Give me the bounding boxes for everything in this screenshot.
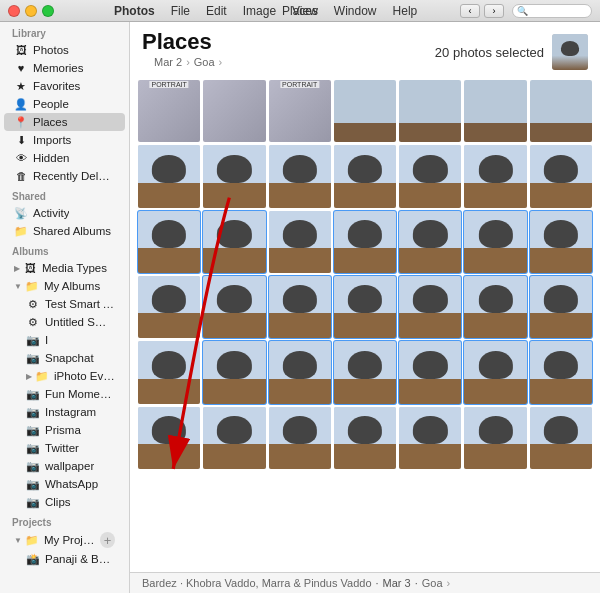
photo-cell[interactable] xyxy=(203,407,265,469)
breadcrumb-arrow: › xyxy=(219,56,223,68)
traffic-lights[interactable] xyxy=(8,5,54,17)
forward-button[interactable]: › xyxy=(484,4,504,18)
bottom-location[interactable]: Bardez · Khobra Vaddo, Marra & Pindus Va… xyxy=(142,577,372,589)
photo-cell[interactable] xyxy=(269,276,331,338)
sidebar-item-shared-albums[interactable]: 📁 Shared Albums xyxy=(4,222,125,240)
album-icon: 📷 xyxy=(26,423,40,437)
menu-file[interactable]: File xyxy=(171,4,190,18)
photo-cell[interactable] xyxy=(530,407,592,469)
photo-cell[interactable] xyxy=(399,80,461,142)
menu-image[interactable]: Image xyxy=(243,4,276,18)
photo-cell[interactable]: PORTRAIT xyxy=(269,80,331,142)
photo-cell[interactable] xyxy=(203,80,265,142)
sidebar-item-imports[interactable]: ⬇ Imports xyxy=(4,131,125,149)
photo-cell[interactable] xyxy=(334,145,396,207)
sidebar-item-instagram[interactable]: 📷 Instagram xyxy=(4,403,125,421)
photo-cell[interactable] xyxy=(399,407,461,469)
photo-cell[interactable] xyxy=(138,407,200,469)
photo-cell[interactable] xyxy=(203,276,265,338)
activity-icon: 📡 xyxy=(14,206,28,220)
photo-cell[interactable] xyxy=(530,80,592,142)
sidebar-item-fun-moments[interactable]: 📷 Fun Moments xyxy=(4,385,125,403)
photo-cell[interactable] xyxy=(464,80,526,142)
sidebar-item-hidden[interactable]: 👁 Hidden xyxy=(4,149,125,167)
photo-cell[interactable] xyxy=(138,341,200,403)
photo-cell[interactable] xyxy=(269,211,331,273)
photo-cell[interactable] xyxy=(269,145,331,207)
sidebar-item-places[interactable]: 📍 Places xyxy=(4,113,125,131)
back-button[interactable]: ‹ xyxy=(460,4,480,18)
sidebar-item-test-smart[interactable]: ⚙ Test Smart A... xyxy=(4,295,125,313)
sidebar-item-my-projects[interactable]: ▼ 📁 My Projects + xyxy=(4,530,125,550)
photo-cell[interactable] xyxy=(464,145,526,207)
breadcrumb-date[interactable]: Mar 2 xyxy=(154,56,182,68)
photo-cell[interactable] xyxy=(399,211,461,273)
photo-cell[interactable] xyxy=(203,341,265,403)
sidebar-item-favorites[interactable]: ★ Favorites xyxy=(4,77,125,95)
photo-cell[interactable] xyxy=(334,276,396,338)
photo-cell[interactable] xyxy=(334,407,396,469)
photo-cell[interactable] xyxy=(530,145,592,207)
photo-cell[interactable] xyxy=(334,211,396,273)
sidebar-item-people[interactable]: 👤 People xyxy=(4,95,125,113)
sidebar-item-clips[interactable]: 📷 Clips xyxy=(4,493,125,511)
menu-window[interactable]: Window xyxy=(334,4,377,18)
album-icon: 📷 xyxy=(26,495,40,509)
photo-cell[interactable] xyxy=(138,211,200,273)
sidebar-item-recently-deleted[interactable]: 🗑 Recently Deleted xyxy=(4,167,125,185)
photo-cell[interactable] xyxy=(464,407,526,469)
content-area: Places Mar 2 › Goa › 20 photos selected xyxy=(130,22,600,593)
minimize-button[interactable] xyxy=(25,5,37,17)
photo-cell[interactable] xyxy=(399,341,461,403)
bottom-region[interactable]: Goa xyxy=(422,577,443,589)
sidebar-item-panaji[interactable]: 📸 Panaji & Bard... xyxy=(4,550,125,568)
photo-grid-container[interactable]: PORTRAIT PORTRAIT xyxy=(130,76,600,473)
sidebar-item-media-types[interactable]: ▶ 🖼 Media Types xyxy=(4,259,125,277)
sidebar-item-memories[interactable]: ♥ Memories xyxy=(4,59,125,77)
sidebar-item-untitled-smart[interactable]: ⚙ Untitled Sma... xyxy=(4,313,125,331)
hidden-icon: 👁 xyxy=(14,151,28,165)
photo-cell[interactable] xyxy=(203,145,265,207)
sidebar-item-twitter[interactable]: 📷 Twitter xyxy=(4,439,125,457)
sidebar-item-i[interactable]: 📷 I xyxy=(4,331,125,349)
photo-cell[interactable] xyxy=(530,276,592,338)
photo-cell[interactable] xyxy=(530,341,592,403)
photo-cell[interactable] xyxy=(399,276,461,338)
photo-cell[interactable] xyxy=(269,407,331,469)
library-section-label: Library xyxy=(0,22,129,41)
maximize-button[interactable] xyxy=(42,5,54,17)
add-project-button[interactable]: + xyxy=(100,532,115,548)
photo-cell[interactable]: PORTRAIT xyxy=(138,80,200,142)
breadcrumb-separator: › xyxy=(186,56,190,68)
sidebar-item-wallpaper[interactable]: 📷 wallpaper xyxy=(4,457,125,475)
sidebar-item-iphoto-events[interactable]: ▶ 📁 iPhoto Events xyxy=(4,367,125,385)
close-button[interactable] xyxy=(8,5,20,17)
menu-edit[interactable]: Edit xyxy=(206,4,227,18)
photo-cell[interactable] xyxy=(399,145,461,207)
expand-icon: ▼ xyxy=(14,536,22,545)
expand-icon: ▶ xyxy=(14,264,20,273)
sidebar-item-whatsapp[interactable]: 📷 WhatsApp xyxy=(4,475,125,493)
photo-cell[interactable] xyxy=(530,211,592,273)
photo-cell[interactable] xyxy=(464,211,526,273)
sidebar-item-prisma[interactable]: 📷 Prisma xyxy=(4,421,125,439)
photo-grid: PORTRAIT PORTRAIT xyxy=(138,80,592,469)
photo-cell[interactable] xyxy=(464,341,526,403)
sidebar-item-activity[interactable]: 📡 Activity xyxy=(4,204,125,222)
photo-cell[interactable] xyxy=(269,341,331,403)
photo-label: PORTRAIT xyxy=(280,81,319,88)
photo-cell[interactable] xyxy=(334,80,396,142)
photo-cell[interactable] xyxy=(464,276,526,338)
sidebar-item-photos[interactable]: 🖼 Photos xyxy=(4,41,125,59)
media-types-icon: 🖼 xyxy=(23,261,37,275)
photo-cell[interactable] xyxy=(138,276,200,338)
sidebar-item-snapchat[interactable]: 📷 Snapchat xyxy=(4,349,125,367)
sidebar-item-my-albums[interactable]: ▼ 📁 My Albums xyxy=(4,277,125,295)
menu-help[interactable]: Help xyxy=(393,4,418,18)
photo-cell[interactable] xyxy=(334,341,396,403)
photo-cell[interactable] xyxy=(203,211,265,273)
menu-app[interactable]: Photos xyxy=(114,4,155,18)
photo-cell[interactable] xyxy=(138,145,200,207)
breadcrumb-location[interactable]: Goa xyxy=(194,56,215,68)
search-input[interactable]: 🔍 xyxy=(512,4,592,18)
